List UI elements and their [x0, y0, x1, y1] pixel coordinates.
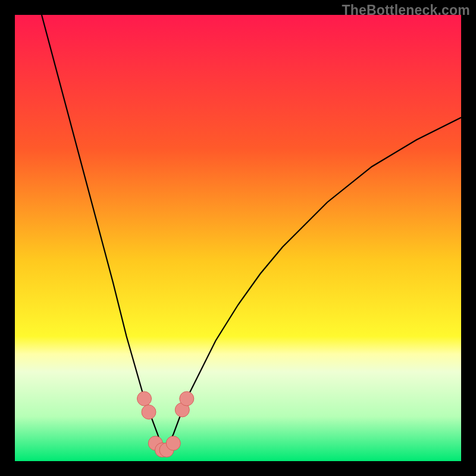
gradient-background [15, 15, 461, 461]
chart-frame: TheBottleneck.com [0, 0, 476, 476]
chart-svg [15, 15, 461, 461]
marker-dot [166, 436, 180, 450]
marker-dot [142, 405, 156, 419]
marker-dot [180, 392, 194, 406]
marker-dot [137, 392, 152, 406]
plot-area [15, 15, 461, 461]
